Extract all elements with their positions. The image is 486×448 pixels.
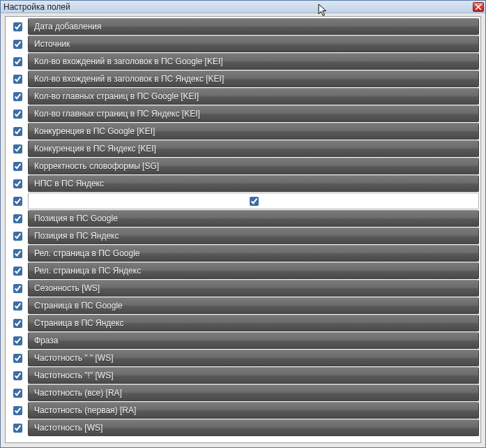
- field-checkbox[interactable]: [13, 179, 22, 188]
- field-checkbox[interactable]: [13, 214, 22, 223]
- field-checkbox[interactable]: [13, 232, 22, 241]
- field-checkbox-cell: [7, 332, 28, 349]
- field-row: Фраза: [7, 332, 479, 349]
- field-checkbox-cell: [7, 297, 28, 314]
- field-label: Конкуренция в ПС Google [KEI]: [34, 126, 155, 136]
- field-checkbox[interactable]: [13, 336, 22, 345]
- field-checkbox[interactable]: [13, 57, 22, 66]
- close-button[interactable]: [473, 2, 484, 12]
- field-label-cell[interactable]: Частотность (первая) [RA]: [28, 402, 479, 419]
- field-checkbox[interactable]: [13, 22, 22, 31]
- field-label-cell[interactable]: Конкуренция в ПС Google [KEI]: [28, 123, 479, 140]
- field-label: Конкуренция в ПС Яндекс [KEI]: [34, 144, 156, 154]
- field-label-cell[interactable]: Кол-во главных страниц в ПС Google [KEI]: [28, 88, 479, 105]
- field-label-cell[interactable]: Частотность [WS]: [28, 419, 479, 436]
- window: Настройка полей Дата добавленияИсточникК…: [0, 0, 486, 448]
- field-checkbox-cell: [7, 245, 28, 262]
- field-label: Фраза: [34, 336, 59, 345]
- field-checkbox-cell: [7, 367, 28, 384]
- field-checkbox[interactable]: [13, 267, 22, 276]
- field-label-cell[interactable]: Позиция в ПС Яндекс: [28, 227, 479, 244]
- field-checkbox[interactable]: [13, 75, 22, 84]
- field-checkbox[interactable]: [13, 424, 22, 433]
- field-label-cell[interactable]: Частотность (все) [RA]: [28, 384, 479, 401]
- field-checkbox-cell: [7, 88, 28, 105]
- field-label: Сезонность [WS]: [34, 283, 100, 293]
- field-checkbox-cell: [7, 280, 28, 297]
- field-row: Кол-во главных страниц в ПС Яндекс [KEI]: [7, 105, 479, 122]
- field-label: Корректность словоформы [SG]: [34, 161, 159, 171]
- field-checkbox-cell: [7, 105, 28, 122]
- field-row: Частотность (первая) [RA]: [7, 402, 479, 419]
- field-checkbox[interactable]: [13, 110, 22, 119]
- field-label: Страница в ПС Google: [34, 301, 123, 311]
- field-checkbox[interactable]: [13, 162, 22, 171]
- field-label: Кол-во вхождений в заголовок в ПС Яндекс…: [34, 74, 224, 84]
- field-checkbox-cell: [7, 140, 28, 157]
- field-row: Позиция в ПС Google: [7, 210, 479, 227]
- field-label: Рел. страница в ПС Google: [34, 248, 140, 258]
- field-label-cell[interactable]: Кол-во главных страниц в ПС Яндекс [KEI]: [28, 105, 479, 122]
- field-inline-checkbox[interactable]: [250, 197, 259, 206]
- field-label: Дата добавления: [34, 22, 101, 31]
- field-label-cell[interactable]: Фраза: [28, 332, 479, 349]
- field-label-cell[interactable]: НПС в ПС Яндекс: [28, 175, 479, 192]
- field-label-cell[interactable]: Кол-во вхождений в заголовок в ПС Яндекс…: [28, 70, 479, 87]
- field-row: НПС в ПС Яндекс: [7, 175, 479, 192]
- field-label-cell[interactable]: Частотность "!" [WS]: [28, 367, 479, 384]
- field-label-cell[interactable]: Страница в ПС Google: [28, 297, 479, 314]
- field-row: Рел. страница в ПС Яндекс: [7, 262, 479, 279]
- field-checkbox-cell: [7, 175, 28, 192]
- field-label: Кол-во вхождений в заголовок в ПС Google…: [34, 57, 223, 66]
- field-label-cell[interactable]: Частотность " " [WS]: [28, 350, 479, 366]
- field-label-cell[interactable]: Источник: [28, 36, 479, 52]
- field-checkbox[interactable]: [13, 371, 22, 380]
- field-checkbox-cell: [7, 158, 28, 174]
- field-label-cell[interactable]: Позиция в ПС Google: [28, 210, 479, 227]
- field-checkbox[interactable]: [13, 40, 22, 49]
- field-label-cell[interactable]: Кол-во вхождений в заголовок в ПС Google…: [28, 53, 479, 70]
- field-row: Конкуренция в ПС Google [KEI]: [7, 123, 479, 140]
- field-row: Частотность [WS]: [7, 419, 479, 436]
- field-label-cell[interactable]: Конкуренция в ПС Яндекс [KEI]: [28, 140, 479, 157]
- field-checkbox[interactable]: [13, 354, 22, 363]
- field-checkbox-cell: [7, 36, 28, 52]
- field-checkbox[interactable]: [13, 406, 22, 415]
- field-checkbox[interactable]: [13, 301, 22, 311]
- titlebar[interactable]: Настройка полей: [1, 1, 485, 13]
- field-row: Источник: [7, 36, 479, 52]
- field-label-cell[interactable]: Рел. страница в ПС Google: [28, 245, 479, 262]
- field-checkbox-cell: [7, 384, 28, 401]
- field-checkbox[interactable]: [13, 284, 22, 293]
- field-row: Конкуренция в ПС Яндекс [KEI]: [7, 140, 479, 157]
- field-list[interactable]: Дата добавленияИсточникКол-во вхождений …: [5, 16, 481, 443]
- field-checkbox[interactable]: [13, 319, 22, 328]
- field-checkbox-cell: [7, 402, 28, 419]
- field-label-cell[interactable]: Страница в ПС Яндекс: [28, 315, 479, 331]
- field-label-cell[interactable]: Дата добавления: [28, 18, 479, 35]
- field-row: Страница в ПС Яндекс: [7, 315, 479, 331]
- field-row: Сезонность [WS]: [7, 280, 479, 297]
- field-label-cell[interactable]: Сезонность [WS]: [28, 280, 479, 297]
- field-row: Страница в ПС Google: [7, 297, 479, 314]
- field-label-cell[interactable]: Корректность словоформы [SG]: [28, 158, 479, 174]
- field-label: Частотность [WS]: [34, 423, 102, 433]
- field-checkbox[interactable]: [13, 197, 22, 206]
- field-row: Корректность словоформы [SG]: [7, 158, 479, 174]
- field-checkbox-cell: [7, 53, 28, 70]
- close-icon: [475, 3, 482, 10]
- field-label-cell[interactable]: [28, 193, 479, 209]
- field-checkbox-cell: [7, 123, 28, 140]
- field-checkbox[interactable]: [13, 144, 22, 154]
- field-label: Частотность (первая) [RA]: [34, 405, 136, 415]
- field-label: Частотность " " [WS]: [34, 353, 114, 363]
- field-label-cell[interactable]: Рел. страница в ПС Яндекс: [28, 262, 479, 279]
- field-checkbox-cell: [7, 262, 28, 279]
- field-checkbox[interactable]: [13, 249, 22, 258]
- field-checkbox[interactable]: [13, 127, 22, 136]
- field-checkbox-cell: [7, 18, 28, 35]
- field-checkbox[interactable]: [13, 389, 22, 398]
- field-checkbox[interactable]: [13, 92, 22, 101]
- field-checkbox-cell: [7, 227, 28, 244]
- field-checkbox-cell: [7, 350, 28, 366]
